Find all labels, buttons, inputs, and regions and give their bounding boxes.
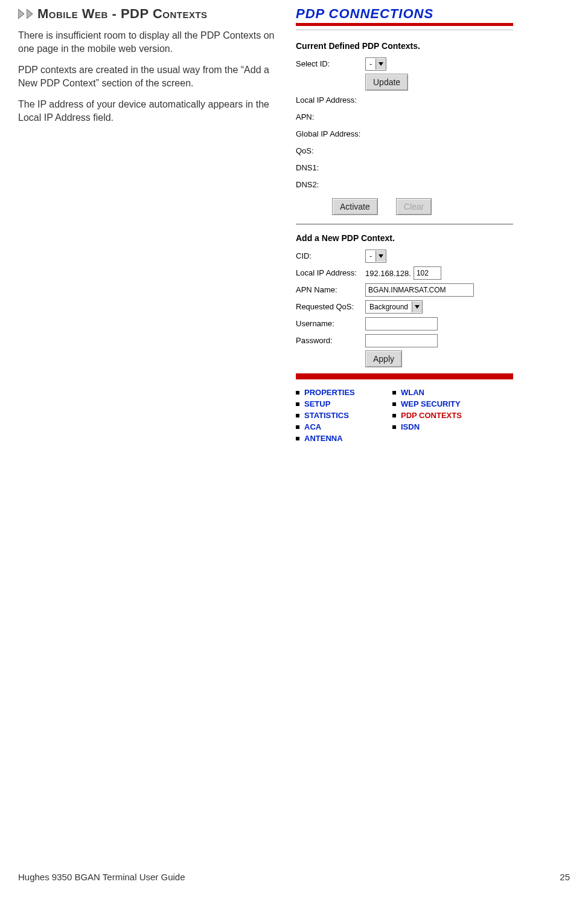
bullet-icon — [296, 402, 299, 406]
section-title-add: Add a New PDP Context. — [296, 233, 513, 243]
paragraph: The IP address of your device automatica… — [18, 98, 278, 124]
nav-item-wep-security[interactable]: WEP SECURITY — [392, 399, 483, 408]
nav-item-properties[interactable]: PROPERTIES — [296, 388, 386, 397]
update-button[interactable]: Update — [365, 74, 408, 91]
nav-link-label: ACA — [304, 422, 321, 431]
footer-page-number: 25 — [560, 872, 570, 882]
section-title-current: Current Defined PDP Contexts. — [296, 41, 513, 51]
embedded-screenshot: PDP CONNECTIONS Current Defined PDP Cont… — [296, 6, 513, 445]
nav-link-label: WEP SECURITY — [401, 399, 461, 408]
local-ip-last-octet-input[interactable]: 102 — [414, 266, 441, 280]
bullet-icon — [296, 391, 299, 395]
bullet-icon — [296, 425, 299, 429]
nav-links: PROPERTIESSETUPSTATISTICSACAANTENNA WLAN… — [296, 385, 513, 445]
cid-label: CID: — [296, 251, 365, 261]
nav-link-label: ISDN — [401, 422, 420, 431]
dns2-label: DNS2: — [296, 180, 365, 190]
nav-item-wlan[interactable]: WLAN — [392, 388, 483, 397]
svg-marker-1 — [27, 9, 33, 19]
requested-qos-dropdown[interactable]: Background — [365, 300, 423, 314]
global-ip-label: Global IP Address: — [296, 129, 365, 139]
double-triangle-icon — [18, 9, 35, 19]
select-id-value: - — [366, 60, 375, 68]
cid-value: - — [366, 252, 375, 260]
bullet-icon — [296, 414, 299, 417]
nav-link-label: STATISTICS — [304, 411, 349, 420]
activate-button[interactable]: Activate — [332, 198, 378, 215]
nav-item-aca[interactable]: ACA — [296, 422, 386, 431]
username-label: Username: — [296, 319, 365, 329]
apn-label: APN: — [296, 112, 365, 122]
apn-name-label: APN Name: — [296, 285, 365, 295]
svg-marker-3 — [379, 254, 383, 258]
requested-qos-value: Background — [366, 303, 412, 311]
qos-label: QoS: — [296, 146, 365, 156]
nav-item-isdn[interactable]: ISDN — [392, 422, 483, 431]
clear-button[interactable]: Clear — [396, 198, 432, 215]
local-ip-prefix: 192.168.128. — [365, 269, 411, 278]
page-title: PDP CONNECTIONS — [296, 6, 513, 22]
section-heading: Mobile Web - PDP Contexts — [18, 6, 278, 22]
nav-item-pdp-contexts[interactable]: PDP CONTEXTS — [392, 411, 483, 420]
heading-text: Mobile Web - PDP Contexts — [37, 6, 208, 22]
bullet-icon — [392, 391, 396, 395]
select-id-dropdown[interactable]: - — [365, 57, 386, 71]
bullet-icon — [296, 437, 299, 440]
nav-link-label: PROPERTIES — [304, 388, 355, 397]
divider — [296, 224, 513, 225]
apn-name-input[interactable]: BGAN.INMARSAT.COM — [365, 283, 474, 297]
apply-button[interactable]: Apply — [365, 350, 402, 367]
nav-link-label: ANTENNA — [304, 434, 343, 443]
local-ip-add-label: Local IP Address: — [296, 268, 365, 278]
username-input[interactable] — [365, 317, 438, 330]
svg-marker-4 — [415, 305, 420, 309]
password-label: Password: — [296, 336, 365, 346]
nav-item-antenna[interactable]: ANTENNA — [296, 434, 386, 443]
bullet-icon — [392, 425, 396, 429]
nav-item-statistics[interactable]: STATISTICS — [296, 411, 386, 420]
chevron-down-icon — [412, 301, 422, 312]
nav-link-label: SETUP — [304, 399, 330, 408]
requested-qos-label: Requested QoS: — [296, 302, 365, 312]
nav-item-setup[interactable]: SETUP — [296, 399, 386, 408]
password-input[interactable] — [365, 334, 438, 347]
svg-marker-2 — [379, 62, 383, 66]
title-underline — [296, 23, 513, 26]
paragraph: PDP contexts are created in the usual wa… — [18, 63, 278, 89]
dns1-label: DNS1: — [296, 163, 365, 173]
nav-link-label: WLAN — [401, 388, 424, 397]
svg-marker-0 — [18, 9, 24, 19]
cid-dropdown[interactable]: - — [365, 250, 386, 263]
select-id-label: Select ID: — [296, 59, 365, 69]
bullet-icon — [392, 414, 396, 417]
title-underline-gray — [296, 30, 513, 30]
chevron-down-icon — [375, 59, 386, 69]
nav-link-label: PDP CONTEXTS — [401, 411, 462, 420]
footer-doc-title: Hughes 9350 BGAN Terminal User Guide — [18, 872, 185, 882]
paragraph: There is insufficient room to display al… — [18, 29, 278, 55]
local-ip-label: Local IP Address: — [296, 95, 365, 105]
chevron-down-icon — [375, 251, 386, 262]
bullet-icon — [392, 402, 396, 406]
nav-divider — [296, 373, 513, 379]
